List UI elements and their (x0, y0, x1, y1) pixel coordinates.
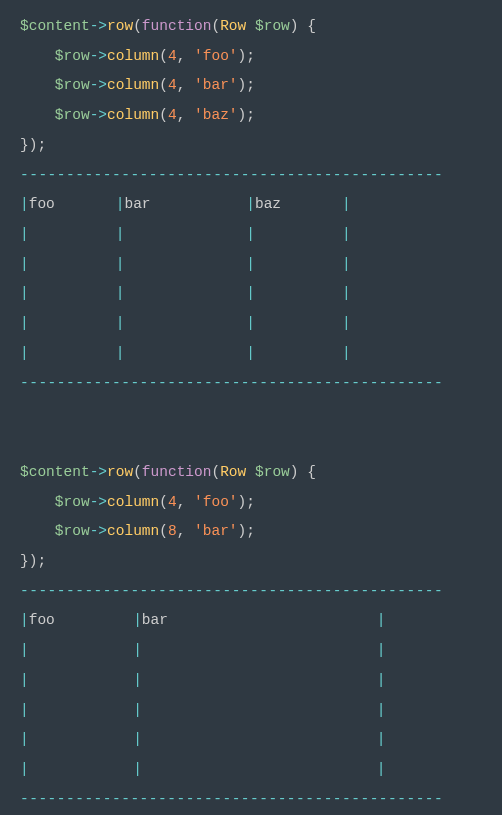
code-token: column (107, 48, 159, 64)
code-token: ( (159, 107, 168, 123)
code-token: column (107, 494, 159, 510)
code-token: function (142, 464, 212, 480)
pipe-icon: | (20, 256, 29, 272)
code-token: ( (133, 18, 142, 34)
pipe-icon: | (246, 285, 255, 301)
code-token: -> (90, 107, 107, 123)
table-cell: foo (29, 612, 55, 628)
pipe-icon: | (342, 285, 351, 301)
pipe-icon: | (116, 315, 125, 331)
code-token: ); (238, 77, 255, 93)
code-token: -> (90, 77, 107, 93)
code-token (20, 48, 55, 64)
pipe-icon: | (116, 256, 125, 272)
code-token: $row (55, 494, 90, 510)
pipe-icon: | (20, 315, 29, 331)
pipe-icon: | (20, 226, 29, 242)
code-token: { (299, 464, 316, 480)
pipe-icon: | (20, 702, 29, 718)
pipe-icon: | (246, 256, 255, 272)
pipe-icon: | (377, 702, 386, 718)
divider: ----------------------------------------… (20, 375, 443, 391)
pipe-icon: | (20, 672, 29, 688)
pipe-icon: | (20, 196, 29, 212)
code-token: ( (159, 77, 168, 93)
pipe-icon: | (377, 612, 386, 628)
code-token (20, 107, 55, 123)
code-token: { (299, 18, 316, 34)
pipe-icon: | (246, 345, 255, 361)
pipe-icon: | (133, 612, 142, 628)
pipe-icon: | (20, 761, 29, 777)
pipe-icon: | (342, 345, 351, 361)
code-token: 'bar' (194, 523, 238, 539)
code-token: ); (238, 48, 255, 64)
code-token: ( (211, 464, 220, 480)
ascii-table-2: ----------------------------------------… (20, 577, 482, 815)
code-token: ); (238, 107, 255, 123)
code-token: 'baz' (194, 107, 238, 123)
code-token: -> (90, 523, 107, 539)
code-token: }); (20, 553, 46, 569)
pipe-icon: | (20, 731, 29, 747)
divider: ----------------------------------------… (20, 167, 443, 183)
pipe-icon: | (133, 731, 142, 747)
code-token: Row (220, 464, 246, 480)
ascii-table-1: ----------------------------------------… (20, 161, 482, 458)
code-token: column (107, 107, 159, 123)
pipe-icon: | (246, 226, 255, 242)
code-token: Row (220, 18, 246, 34)
code-token: 4 (168, 494, 177, 510)
code-token: ); (238, 523, 255, 539)
code-token: ); (238, 494, 255, 510)
code-token (20, 494, 55, 510)
divider: ----------------------------------------… (20, 791, 443, 807)
code-block-2: $content->row(function(Row $row) { $row-… (20, 458, 482, 577)
pipe-icon: | (116, 226, 125, 242)
code-token: }); (20, 137, 46, 153)
code-token (246, 464, 255, 480)
pipe-icon: | (377, 761, 386, 777)
code-token (246, 18, 255, 34)
pipe-icon: | (133, 702, 142, 718)
pipe-icon: | (133, 761, 142, 777)
pipe-icon: | (377, 672, 386, 688)
code-token: -> (90, 464, 107, 480)
pipe-icon: | (377, 642, 386, 658)
table-cell: foo (29, 196, 55, 212)
code-token: -> (90, 494, 107, 510)
pipe-icon: | (342, 226, 351, 242)
code-token: ( (159, 494, 168, 510)
code-token: $row (55, 48, 90, 64)
code-token: -> (90, 18, 107, 34)
code-token: ( (159, 523, 168, 539)
code-token: , (177, 523, 194, 539)
code-token: column (107, 77, 159, 93)
pipe-icon: | (342, 196, 351, 212)
code-token: 4 (168, 77, 177, 93)
pipe-icon: | (342, 256, 351, 272)
pipe-icon: | (20, 612, 29, 628)
pipe-icon: | (246, 315, 255, 331)
code-token: column (107, 523, 159, 539)
code-token: $row (55, 523, 90, 539)
code-block-1: $content->row(function(Row $row) { $row-… (20, 12, 482, 161)
code-token: $row (255, 464, 290, 480)
table-cell: bar (124, 196, 150, 212)
code-token: ( (133, 464, 142, 480)
code-token: , (177, 107, 194, 123)
code-token: , (177, 77, 194, 93)
code-token: 4 (168, 107, 177, 123)
code-token: ( (159, 48, 168, 64)
pipe-icon: | (342, 315, 351, 331)
code-token: , (177, 494, 194, 510)
code-token: ( (211, 18, 220, 34)
code-token: 8 (168, 523, 177, 539)
code-token: $row (255, 18, 290, 34)
code-token: $row (55, 77, 90, 93)
code-token: -> (90, 48, 107, 64)
code-token: ) (290, 18, 299, 34)
code-token: 4 (168, 48, 177, 64)
code-token: function (142, 18, 212, 34)
pipe-icon: | (116, 345, 125, 361)
